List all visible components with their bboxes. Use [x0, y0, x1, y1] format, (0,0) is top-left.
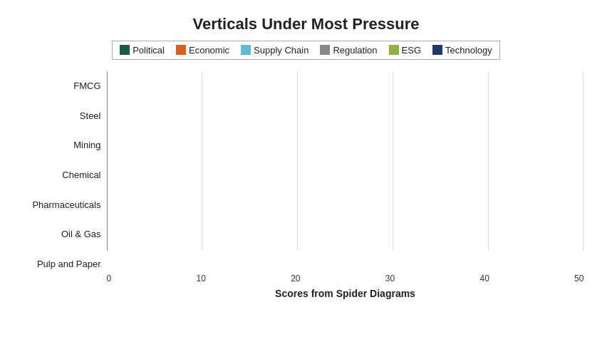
- legend-swatch: [241, 45, 251, 55]
- legend-item: ESG: [389, 45, 421, 56]
- x-tick: 40: [479, 274, 489, 284]
- legend-label: Economic: [189, 45, 229, 56]
- legend-label: Regulation: [333, 45, 377, 56]
- bars-area: 01020304050 Scores from Spider Diagrams: [107, 71, 584, 299]
- bar-row: [107, 174, 584, 199]
- legend-item: Political: [120, 45, 165, 56]
- y-label: Chemical: [62, 162, 100, 187]
- legend-swatch: [432, 45, 442, 55]
- bar-row: [107, 97, 584, 123]
- x-tick: 20: [291, 274, 300, 284]
- chart-title: Verticals Under Most Pressure: [28, 15, 584, 33]
- y-labels: FMCGSteelMiningChemicalPharmaceuticalsOi…: [28, 71, 107, 299]
- legend-label: ESG: [402, 45, 421, 56]
- legend-swatch: [389, 45, 399, 55]
- bar-row: [107, 225, 584, 251]
- bar-row: [107, 123, 584, 148]
- legend: PoliticalEconomicSupply ChainRegulationE…: [112, 41, 500, 60]
- y-label: Oil & Gas: [61, 222, 101, 247]
- x-tick: 10: [196, 274, 205, 284]
- legend-swatch: [320, 45, 330, 55]
- bar-row: [107, 199, 584, 225]
- legend-item: Economic: [176, 45, 229, 56]
- bar-row: [107, 71, 584, 97]
- legend-item: Technology: [432, 45, 492, 56]
- bar-row: [107, 148, 584, 174]
- legend-label: Supply Chain: [254, 45, 308, 56]
- y-label: Pulp and Paper: [37, 251, 101, 277]
- legend-item: Regulation: [320, 45, 377, 56]
- grid-and-bars: [107, 71, 584, 271]
- x-tick: 50: [574, 274, 584, 284]
- legend-swatch: [176, 45, 186, 55]
- legend-item: Supply Chain: [241, 45, 308, 56]
- y-label: FMCG: [73, 73, 100, 98]
- x-tick: 30: [385, 274, 395, 284]
- legend-swatch: [120, 45, 130, 55]
- y-label: Mining: [73, 132, 100, 158]
- chart-area: FMCGSteelMiningChemicalPharmaceuticalsOi…: [28, 71, 584, 299]
- y-label: Pharmaceuticals: [32, 192, 100, 217]
- chart-container: Verticals Under Most Pressure PoliticalE…: [14, 8, 598, 357]
- legend-label: Political: [133, 45, 165, 56]
- bars-rows: [107, 71, 584, 271]
- x-tick: 0: [107, 274, 112, 284]
- legend-label: Technology: [445, 45, 492, 56]
- y-label: Steel: [80, 103, 101, 128]
- x-axis-label: Scores from Spider Diagrams: [107, 288, 584, 299]
- x-axis: 01020304050: [107, 271, 584, 286]
